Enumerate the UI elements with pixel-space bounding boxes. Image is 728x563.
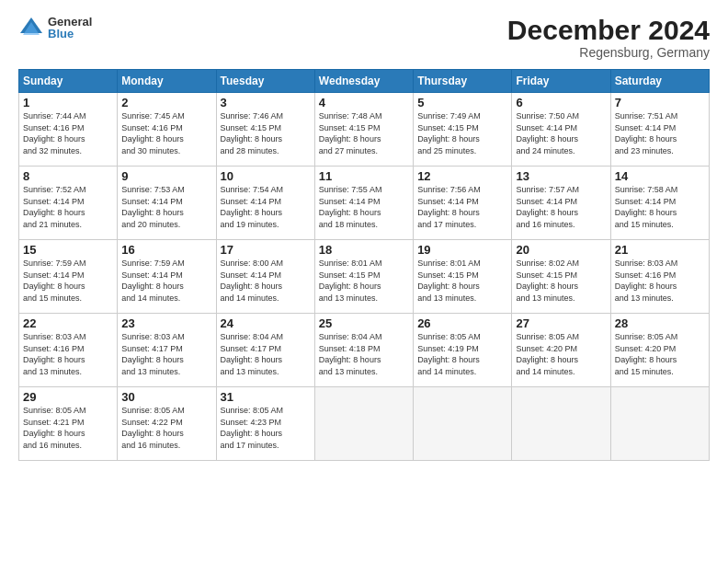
title-block: December 2024 Regensburg, Germany (507, 15, 710, 60)
calendar-week-row: 29Sunrise: 8:05 AMSunset: 4:21 PMDayligh… (19, 387, 710, 461)
day-number: 31 (221, 390, 311, 404)
day-info: Sunrise: 8:05 AMSunset: 4:20 PMDaylight:… (615, 331, 705, 377)
table-row: 13Sunrise: 7:57 AMSunset: 4:14 PMDayligh… (512, 167, 610, 240)
day-number: 12 (417, 169, 507, 183)
day-number: 15 (23, 243, 113, 257)
page: General Blue December 2024 Regensburg, G… (0, 0, 728, 563)
table-row: 30Sunrise: 8:05 AMSunset: 4:22 PMDayligh… (118, 387, 216, 461)
table-row: 24Sunrise: 8:04 AMSunset: 4:17 PMDayligh… (216, 314, 314, 387)
day-info: Sunrise: 7:59 AMSunset: 4:14 PMDaylight:… (121, 258, 211, 304)
day-number: 30 (121, 390, 211, 404)
calendar-table: Sunday Monday Tuesday Wednesday Thursday… (18, 69, 710, 461)
table-row: 6Sunrise: 7:50 AMSunset: 4:14 PMDaylight… (512, 93, 610, 167)
table-row: 12Sunrise: 7:56 AMSunset: 4:14 PMDayligh… (414, 167, 512, 240)
day-info: Sunrise: 8:02 AMSunset: 4:15 PMDaylight:… (516, 258, 606, 304)
table-row (512, 387, 610, 461)
day-info: Sunrise: 8:01 AMSunset: 4:15 PMDaylight:… (319, 258, 409, 304)
day-number: 11 (319, 169, 409, 183)
day-info: Sunrise: 8:03 AMSunset: 4:16 PMDaylight:… (23, 331, 113, 377)
header: General Blue December 2024 Regensburg, G… (18, 15, 710, 60)
day-number: 21 (615, 243, 705, 257)
day-number: 7 (615, 96, 705, 109)
table-row: 25Sunrise: 8:04 AMSunset: 4:18 PMDayligh… (314, 314, 413, 387)
day-info: Sunrise: 7:44 AMSunset: 4:16 PMDaylight:… (23, 110, 113, 156)
col-monday: Monday (118, 70, 216, 93)
day-number: 2 (121, 96, 211, 109)
table-row (414, 387, 512, 461)
table-row: 19Sunrise: 8:01 AMSunset: 4:15 PMDayligh… (414, 240, 512, 314)
day-info: Sunrise: 7:52 AMSunset: 4:14 PMDaylight:… (23, 184, 113, 230)
day-info: Sunrise: 8:03 AMSunset: 4:16 PMDaylight:… (615, 258, 705, 304)
col-wednesday: Wednesday (314, 70, 413, 93)
table-row: 31Sunrise: 8:05 AMSunset: 4:23 PMDayligh… (216, 387, 314, 461)
col-saturday: Saturday (610, 70, 709, 93)
day-info: Sunrise: 8:03 AMSunset: 4:17 PMDaylight:… (121, 331, 211, 377)
day-info: Sunrise: 7:56 AMSunset: 4:14 PMDaylight:… (417, 184, 507, 230)
table-row: 14Sunrise: 7:58 AMSunset: 4:14 PMDayligh… (610, 167, 709, 240)
day-number: 14 (615, 169, 705, 183)
day-info: Sunrise: 8:04 AMSunset: 4:18 PMDaylight:… (319, 331, 409, 377)
calendar-week-row: 1Sunrise: 7:44 AMSunset: 4:16 PMDaylight… (19, 93, 710, 167)
day-info: Sunrise: 8:04 AMSunset: 4:17 PMDaylight:… (221, 331, 311, 377)
day-info: Sunrise: 8:05 AMSunset: 4:22 PMDaylight:… (121, 405, 211, 451)
day-number: 29 (23, 390, 113, 404)
day-info: Sunrise: 7:58 AMSunset: 4:14 PMDaylight:… (615, 184, 705, 230)
table-row (314, 387, 413, 461)
table-row: 4Sunrise: 7:48 AMSunset: 4:15 PMDaylight… (314, 93, 413, 167)
col-friday: Friday (512, 70, 610, 93)
day-info: Sunrise: 8:00 AMSunset: 4:14 PMDaylight:… (221, 258, 311, 304)
day-number: 28 (615, 316, 705, 330)
day-number: 4 (319, 96, 409, 109)
table-row: 2Sunrise: 7:45 AMSunset: 4:16 PMDaylight… (118, 93, 216, 167)
calendar-week-row: 22Sunrise: 8:03 AMSunset: 4:16 PMDayligh… (19, 314, 710, 387)
table-row: 5Sunrise: 7:49 AMSunset: 4:15 PMDaylight… (414, 93, 512, 167)
day-number: 27 (516, 316, 606, 330)
day-number: 9 (121, 169, 211, 183)
col-sunday: Sunday (19, 70, 118, 93)
table-row: 3Sunrise: 7:46 AMSunset: 4:15 PMDaylight… (216, 93, 314, 167)
calendar-week-row: 15Sunrise: 7:59 AMSunset: 4:14 PMDayligh… (19, 240, 710, 314)
table-row: 15Sunrise: 7:59 AMSunset: 4:14 PMDayligh… (19, 240, 118, 314)
col-tuesday: Tuesday (216, 70, 314, 93)
table-row: 7Sunrise: 7:51 AMSunset: 4:14 PMDaylight… (610, 93, 709, 167)
table-row: 29Sunrise: 8:05 AMSunset: 4:21 PMDayligh… (19, 387, 118, 461)
day-number: 22 (23, 316, 113, 330)
table-row: 21Sunrise: 8:03 AMSunset: 4:16 PMDayligh… (610, 240, 709, 314)
table-row: 16Sunrise: 7:59 AMSunset: 4:14 PMDayligh… (118, 240, 216, 314)
day-number: 19 (417, 243, 507, 257)
table-row: 1Sunrise: 7:44 AMSunset: 4:16 PMDaylight… (19, 93, 118, 167)
day-info: Sunrise: 8:05 AMSunset: 4:19 PMDaylight:… (417, 331, 507, 377)
month-title: December 2024 (507, 15, 710, 45)
table-row: 8Sunrise: 7:52 AMSunset: 4:14 PMDaylight… (19, 167, 118, 240)
day-info: Sunrise: 8:01 AMSunset: 4:15 PMDaylight:… (417, 258, 507, 304)
day-info: Sunrise: 7:57 AMSunset: 4:14 PMDaylight:… (516, 184, 606, 230)
day-number: 3 (221, 96, 311, 109)
day-number: 25 (319, 316, 409, 330)
table-row: 18Sunrise: 8:01 AMSunset: 4:15 PMDayligh… (314, 240, 413, 314)
day-info: Sunrise: 7:55 AMSunset: 4:14 PMDaylight:… (319, 184, 409, 230)
day-number: 20 (516, 243, 606, 257)
day-number: 5 (417, 96, 507, 109)
day-info: Sunrise: 7:46 AMSunset: 4:15 PMDaylight:… (221, 110, 311, 156)
table-row: 10Sunrise: 7:54 AMSunset: 4:14 PMDayligh… (216, 167, 314, 240)
logo-text: General Blue (48, 16, 92, 40)
day-info: Sunrise: 8:05 AMSunset: 4:21 PMDaylight:… (23, 405, 113, 451)
table-row: 20Sunrise: 8:02 AMSunset: 4:15 PMDayligh… (512, 240, 610, 314)
day-number: 16 (121, 243, 211, 257)
day-info: Sunrise: 7:45 AMSunset: 4:16 PMDaylight:… (121, 110, 211, 156)
day-info: Sunrise: 7:50 AMSunset: 4:14 PMDaylight:… (516, 110, 606, 156)
day-info: Sunrise: 7:59 AMSunset: 4:14 PMDaylight:… (23, 258, 113, 304)
table-row: 28Sunrise: 8:05 AMSunset: 4:20 PMDayligh… (610, 314, 709, 387)
table-row (610, 387, 709, 461)
calendar-week-row: 8Sunrise: 7:52 AMSunset: 4:14 PMDaylight… (19, 167, 710, 240)
day-number: 6 (516, 96, 606, 109)
day-info: Sunrise: 8:05 AMSunset: 4:20 PMDaylight:… (516, 331, 606, 377)
calendar-header-row: Sunday Monday Tuesday Wednesday Thursday… (19, 70, 710, 93)
table-row: 11Sunrise: 7:55 AMSunset: 4:14 PMDayligh… (314, 167, 413, 240)
day-number: 24 (221, 316, 311, 330)
day-info: Sunrise: 8:05 AMSunset: 4:23 PMDaylight:… (221, 405, 311, 451)
subtitle: Regensburg, Germany (507, 45, 710, 60)
day-number: 10 (221, 169, 311, 183)
table-row: 22Sunrise: 8:03 AMSunset: 4:16 PMDayligh… (19, 314, 118, 387)
table-row: 17Sunrise: 8:00 AMSunset: 4:14 PMDayligh… (216, 240, 314, 314)
